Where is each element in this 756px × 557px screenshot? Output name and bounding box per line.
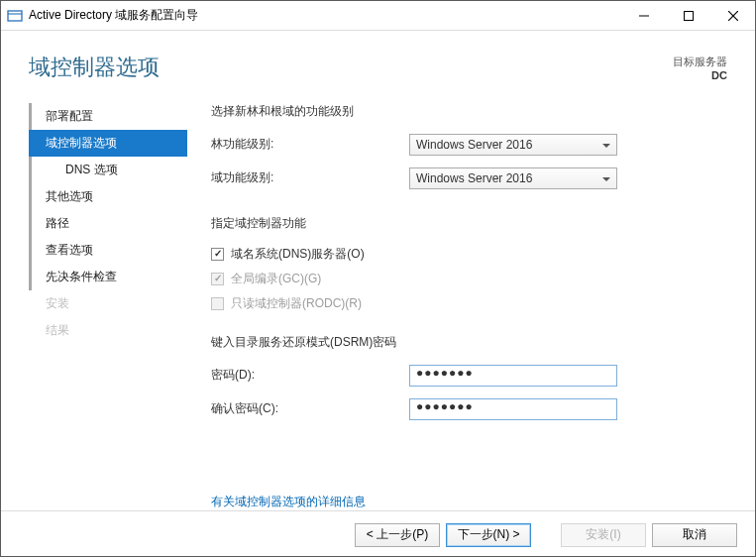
- svg-rect-0: [8, 11, 22, 21]
- dns-checkbox-row: 域名系统(DNS)服务器(O): [211, 246, 727, 263]
- dns-checkbox-label: 域名系统(DNS)服务器(O): [231, 246, 365, 263]
- app-icon: [7, 8, 23, 24]
- gc-checkbox-label: 全局编录(GC)(G): [231, 271, 321, 287]
- target-server-name: DC: [673, 68, 727, 82]
- wizard-window: Active Directory 域服务配置向导 域控制器选项 目标服务器 DC: [0, 0, 756, 557]
- sidebar-item-review[interactable]: 查看选项: [29, 237, 187, 264]
- gc-checkbox-row: 全局编录(GC)(G): [211, 271, 727, 287]
- domain-level-row: 域功能级别: Windows Server 2016: [211, 167, 727, 189]
- dsrm-heading: 键入目录服务还原模式(DSRM)密码: [211, 334, 727, 351]
- sidebar-item-results: 结果: [29, 317, 187, 344]
- header: 域控制器选项 目标服务器 DC: [1, 31, 755, 91]
- minimize-button[interactable]: [621, 1, 666, 30]
- install-button: 安装(I): [561, 523, 646, 547]
- target-server: 目标服务器 DC: [673, 53, 727, 83]
- sidebar: 部署配置 域控制器选项 DNS 选项 其他选项 路径 查看选项 先决条件检查 安…: [29, 99, 187, 510]
- titlebar: Active Directory 域服务配置向导: [1, 1, 755, 31]
- sidebar-item-prereq[interactable]: 先决条件检查: [29, 264, 187, 290]
- svg-rect-3: [684, 11, 693, 20]
- sidebar-item-dns-options[interactable]: DNS 选项: [29, 157, 187, 183]
- forest-level-label: 林功能级别:: [211, 136, 409, 153]
- domain-level-label: 域功能级别:: [211, 169, 409, 186]
- cancel-button[interactable]: 取消: [652, 523, 737, 547]
- confirm-password-label: 确认密码(C):: [211, 400, 409, 417]
- capabilities-heading: 指定域控制器功能: [211, 215, 727, 232]
- dns-checkbox[interactable]: [211, 248, 224, 261]
- footer: < 上一步(P) 下一步(N) > 安装(I) 取消: [1, 510, 755, 557]
- confirm-password-row: 确认密码(C): ●●●●●●●: [211, 398, 727, 420]
- svg-line-5: [728, 11, 738, 21]
- rodc-checkbox-row: 只读域控制器(RODC)(R): [211, 295, 727, 312]
- svg-line-4: [728, 11, 738, 21]
- sidebar-item-paths[interactable]: 路径: [29, 210, 187, 237]
- functional-level-heading: 选择新林和根域的功能级别: [211, 103, 727, 120]
- sidebar-item-install: 安装: [29, 290, 187, 317]
- forest-level-value: Windows Server 2016: [416, 138, 532, 152]
- close-button[interactable]: [710, 1, 755, 30]
- password-label: 密码(D):: [211, 367, 409, 384]
- next-button[interactable]: 下一步(N) >: [446, 523, 531, 547]
- window-title: Active Directory 域服务配置向导: [29, 7, 621, 24]
- rodc-checkbox: [211, 297, 224, 310]
- window-controls: [621, 1, 755, 30]
- sidebar-item-deploy-config[interactable]: 部署配置: [29, 103, 187, 130]
- rodc-checkbox-label: 只读域控制器(RODC)(R): [231, 295, 362, 312]
- gc-checkbox: [211, 273, 224, 285]
- confirm-password-input[interactable]: ●●●●●●●: [409, 398, 617, 420]
- sidebar-item-additional[interactable]: 其他选项: [29, 183, 187, 210]
- target-server-label: 目标服务器: [673, 55, 727, 68]
- password-row: 密码(D): ●●●●●●●: [211, 365, 727, 387]
- domain-level-dropdown[interactable]: Windows Server 2016: [409, 167, 617, 189]
- maximize-button[interactable]: [666, 1, 710, 30]
- main-pane: 选择新林和根域的功能级别 林功能级别: Windows Server 2016 …: [187, 99, 727, 510]
- more-info-link[interactable]: 有关域控制器选项的详细信息: [211, 495, 366, 508]
- content: 部署配置 域控制器选项 DNS 选项 其他选项 路径 查看选项 先决条件检查 安…: [1, 91, 755, 510]
- page-title: 域控制器选项: [29, 53, 673, 82]
- sidebar-item-dc-options[interactable]: 域控制器选项: [29, 130, 187, 157]
- domain-level-value: Windows Server 2016: [416, 171, 532, 185]
- password-input[interactable]: ●●●●●●●: [409, 365, 617, 387]
- previous-button[interactable]: < 上一步(P): [355, 523, 440, 547]
- forest-level-row: 林功能级别: Windows Server 2016: [211, 134, 727, 156]
- forest-level-dropdown[interactable]: Windows Server 2016: [409, 134, 617, 156]
- body: 域控制器选项 目标服务器 DC 部署配置 域控制器选项 DNS 选项 其他选项 …: [1, 31, 755, 557]
